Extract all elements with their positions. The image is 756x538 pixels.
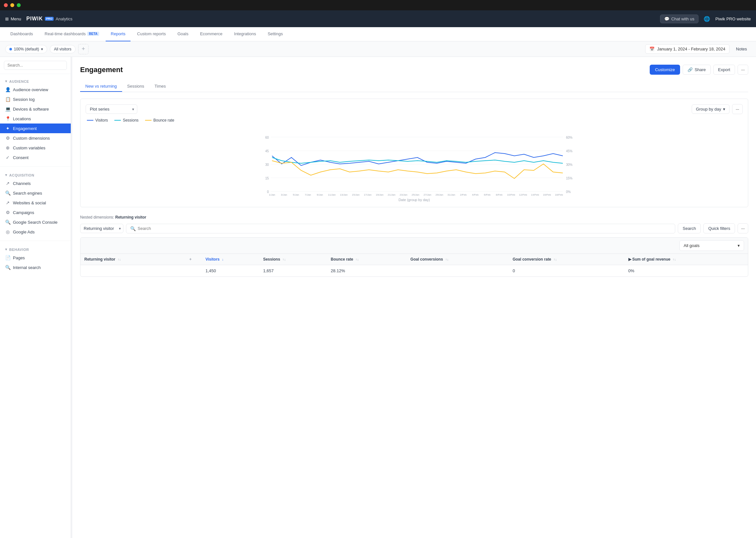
audience-section-title[interactable]: ▾ AUDIENCE bbox=[0, 77, 71, 85]
tab-ecommerce[interactable]: Ecommerce bbox=[195, 27, 227, 41]
tab-dashboards[interactable]: Dashboards bbox=[5, 27, 38, 41]
subtab-new-vs-returning[interactable]: New vs returning bbox=[80, 81, 122, 92]
sort-icon[interactable]: ↑↓ bbox=[553, 258, 557, 261]
titlebar bbox=[0, 0, 756, 10]
sidebar-item-google-ads[interactable]: ◎ Google Ads bbox=[0, 227, 71, 237]
data-table: All goals ▾ Returning visitor ↑↓ + bbox=[80, 237, 748, 277]
table-controls: Returning visitor 🔍 Search Quick filters… bbox=[80, 223, 748, 234]
menu-label: Menu bbox=[11, 17, 21, 21]
sort-icon[interactable]: ↑↓ bbox=[118, 258, 121, 261]
subtab-times[interactable]: Times bbox=[149, 81, 171, 92]
search-icon: 🔍 bbox=[130, 226, 136, 231]
acquisition-section: ▾ ACQUISITION ↗ Channels 🔍 Search engine… bbox=[0, 168, 71, 239]
visitors-line-color bbox=[87, 120, 93, 121]
svg-text:25/Jan: 25/Jan bbox=[412, 193, 419, 196]
campaigns-icon: ⚙ bbox=[5, 210, 10, 215]
search-button[interactable]: Search bbox=[678, 223, 701, 234]
col-returning-visitor: Returning visitor ↑↓ bbox=[80, 254, 179, 265]
dimension-select[interactable]: Returning visitor bbox=[80, 224, 123, 233]
google-ads-icon: ◎ bbox=[5, 229, 10, 235]
channels-icon: ↗ bbox=[5, 181, 10, 186]
pin-icon: 📍 bbox=[5, 116, 10, 121]
sort-icon[interactable]: ↑↓ bbox=[356, 258, 359, 261]
plot-series-select[interactable]: Plot series bbox=[86, 104, 137, 114]
sidebar-item-session-log[interactable]: 📋 Session log bbox=[0, 94, 71, 104]
date-range-label: January 1, 2024 - February 18, 2024 bbox=[657, 47, 725, 51]
tab-integrations[interactable]: Integrations bbox=[229, 27, 261, 41]
maximize-dot[interactable] bbox=[17, 3, 21, 7]
sidebar-item-websites-social[interactable]: ↗ Websites & social bbox=[0, 198, 71, 208]
svg-text:15: 15 bbox=[265, 177, 269, 180]
legend-sessions: Sessions bbox=[115, 118, 139, 123]
sidebar-item-custom-dimensions[interactable]: ⚙ Custom dimensions bbox=[0, 133, 71, 143]
subtab-sessions[interactable]: Sessions bbox=[122, 81, 150, 92]
nested-dimension-value: Returning visitor bbox=[115, 215, 146, 220]
sidebar-item-campaigns[interactable]: ⚙ Campaigns bbox=[0, 208, 71, 217]
goals-dropdown[interactable]: All goals ▾ bbox=[680, 240, 744, 251]
sort-icon[interactable]: ↑↓ bbox=[445, 258, 449, 261]
quick-filters-button[interactable]: Quick filters bbox=[703, 223, 735, 234]
table-more-button[interactable]: ··· bbox=[737, 223, 748, 234]
plot-series-wrapper: Plot series bbox=[86, 104, 137, 114]
tab-custom-reports[interactable]: Custom reports bbox=[132, 27, 171, 41]
minimize-dot[interactable] bbox=[10, 3, 14, 7]
legend-visitors-label: Visitors bbox=[95, 118, 108, 123]
sidebar-item-audience-overview[interactable]: 👤 Audience overview bbox=[0, 85, 71, 94]
sidebar-item-search-engines[interactable]: 🔍 Search engines bbox=[0, 188, 71, 198]
svg-text:30%: 30% bbox=[566, 163, 573, 167]
customize-button[interactable]: Customize bbox=[650, 65, 680, 75]
chat-button[interactable]: 💬 Chat with us bbox=[660, 15, 699, 23]
svg-text:15%: 15% bbox=[566, 177, 573, 180]
add-segment-button[interactable]: + bbox=[78, 44, 88, 54]
close-dot[interactable] bbox=[4, 3, 8, 7]
tab-realtime[interactable]: Real-time dashboards BETA bbox=[39, 27, 104, 41]
sidebar-item-engagement[interactable]: ✦ Engagement bbox=[0, 124, 71, 133]
table-search-input[interactable] bbox=[138, 226, 671, 231]
share-button[interactable]: 🔗 Share bbox=[683, 65, 711, 75]
beta-badge: BETA bbox=[87, 32, 99, 36]
menu-button[interactable]: ⊞ Menu bbox=[5, 17, 21, 21]
svg-text:14/Feb: 14/Feb bbox=[531, 193, 539, 196]
chart-more-button[interactable]: ··· bbox=[732, 104, 743, 114]
tab-goals[interactable]: Goals bbox=[172, 27, 194, 41]
sidebar-item-custom-variables[interactable]: ⊕ Custom variables bbox=[0, 143, 71, 153]
tab-settings[interactable]: Settings bbox=[262, 27, 288, 41]
group-by-button[interactable]: Group by day ▾ bbox=[692, 104, 730, 114]
visitors-line bbox=[272, 153, 563, 166]
svg-text:15/Jan: 15/Jan bbox=[352, 193, 359, 196]
col-add[interactable]: + bbox=[179, 254, 202, 265]
segment-all-visitors-label: All visitors bbox=[54, 47, 71, 51]
sort-icon[interactable]: ↓ bbox=[222, 258, 223, 261]
export-button[interactable]: Export bbox=[713, 65, 735, 75]
chat-label: Chat with us bbox=[671, 17, 695, 21]
acquisition-section-title[interactable]: ▾ ACQUISITION bbox=[0, 170, 71, 179]
sort-icon[interactable]: ↑↓ bbox=[282, 258, 286, 261]
sidebar-search-input[interactable] bbox=[4, 61, 67, 70]
tab-reports[interactable]: Reports bbox=[106, 27, 131, 41]
sidebar-item-consent[interactable]: ✓ Consent bbox=[0, 153, 71, 162]
segment-all-visitors[interactable]: All visitors bbox=[50, 45, 75, 53]
chat-icon: 💬 bbox=[664, 17, 669, 21]
behavior-section-title[interactable]: ▾ BEHAVIOR bbox=[0, 245, 71, 253]
legend-sessions-label: Sessions bbox=[123, 118, 139, 123]
sidebar-item-pages[interactable]: 📄 Pages bbox=[0, 253, 71, 262]
sort-icon[interactable]: ↑↓ bbox=[673, 258, 676, 261]
x-axis-label: Date (group by day) bbox=[86, 198, 743, 202]
notes-button[interactable]: Notes bbox=[732, 45, 751, 53]
date-range-picker[interactable]: 📅 January 1, 2024 - February 18, 2024 bbox=[645, 44, 730, 54]
col-sessions: Sessions ↑↓ bbox=[259, 254, 327, 265]
more-options-button[interactable]: ··· bbox=[737, 65, 748, 75]
sidebar-item-locations[interactable]: 📍 Locations bbox=[0, 114, 71, 124]
link-icon: 🔗 bbox=[687, 67, 693, 72]
segment-default[interactable]: 100% (default) ▾ bbox=[5, 45, 47, 53]
sidebar-item-google-search-console[interactable]: 🔍 Google Search Console bbox=[0, 217, 71, 227]
chart-right-controls: Group by day ▾ ··· bbox=[692, 104, 743, 114]
sidebar-item-channels[interactable]: ↗ Channels bbox=[0, 179, 71, 188]
chart-controls: Plot series Group by day ▾ ··· bbox=[86, 104, 743, 114]
nested-dimensions-label: Nested dimensions: Returning visitor bbox=[80, 215, 748, 220]
col-goal-revenue: ▶ Sum of goal revenue ↑↓ bbox=[625, 254, 748, 265]
globe-icon[interactable]: 🌐 bbox=[704, 16, 710, 22]
sidebar-item-devices[interactable]: 💻 Devices & software bbox=[0, 104, 71, 114]
col-visitors: Visitors ↓ bbox=[202, 254, 259, 265]
sidebar-item-internal-search[interactable]: 🔍 Internal search bbox=[0, 262, 71, 272]
